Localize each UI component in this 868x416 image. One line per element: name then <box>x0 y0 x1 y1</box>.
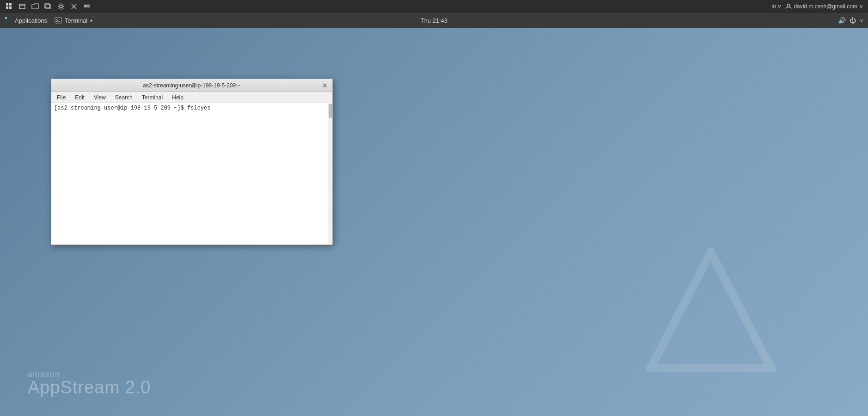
menu-view[interactable]: View <box>90 93 110 102</box>
menu-help[interactable]: Help <box>168 93 187 102</box>
applications-label: Applications <box>15 17 47 24</box>
taskbar-right: 🔊 ⏻ ∨ <box>838 17 863 24</box>
terminal-titlebar: as2-streaming-user@ip-198-19-5-209:~ ✕ <box>51 79 332 92</box>
menu-edit[interactable]: Edit <box>71 93 88 102</box>
terminal-label: Terminal <box>65 17 87 24</box>
volume-icon[interactable]: 🔊 <box>838 17 846 24</box>
desktop: amazon AppStream 2.0 as2-streaming-user@… <box>0 28 868 416</box>
user-email: david.m.cash@gmail.com <box>794 3 857 10</box>
terminal-scrollbar[interactable] <box>328 103 332 245</box>
applications-button[interactable]: Applications <box>5 17 47 24</box>
svg-rect-15 <box>5 17 7 19</box>
svg-rect-11 <box>84 5 90 6</box>
svg-rect-1 <box>9 3 12 6</box>
triangle-watermark <box>646 248 776 379</box>
language-selector[interactable]: In ∨ <box>771 3 782 10</box>
user-chevron: ∨ <box>859 3 863 10</box>
terminal-button[interactable]: Terminal ▾ <box>55 17 92 24</box>
svg-rect-3 <box>9 6 12 9</box>
power-icon[interactable]: ⏻ <box>850 17 856 24</box>
svg-point-14 <box>787 4 790 7</box>
system-bar-right: In ∨ david.m.cash@gmail.com ∨ <box>771 3 863 10</box>
svg-marker-18 <box>651 252 771 368</box>
power-chevron: ∨ <box>860 18 863 24</box>
layout-icon[interactable] <box>82 2 92 11</box>
copy-window-icon[interactable] <box>43 2 53 11</box>
svg-point-8 <box>60 5 62 8</box>
terminal-window: as2-streaming-user@ip-198-19-5-209:~ ✕ F… <box>51 79 333 245</box>
language-label: In ∨ <box>771 3 782 10</box>
taskbar: Applications Terminal ▾ Thu 21:43 🔊 ⏻ ∨ <box>0 13 868 28</box>
appstream-label: AppStream 2.0 <box>28 378 151 398</box>
menu-file[interactable]: File <box>53 93 69 102</box>
svg-rect-12 <box>84 6 90 7</box>
window-icon[interactable] <box>18 2 27 11</box>
menu-terminal[interactable]: Terminal <box>138 93 166 102</box>
clock: Thu 21:43 <box>421 17 448 24</box>
terminal-menubar: File Edit View Search Terminal Help <box>51 92 332 103</box>
svg-rect-4 <box>19 4 25 9</box>
svg-rect-13 <box>85 6 86 7</box>
terminal-close-button[interactable]: ✕ <box>321 82 329 89</box>
svg-rect-0 <box>6 3 8 6</box>
settings-icon[interactable] <box>56 2 66 11</box>
terminal-body[interactable]: [as2-streaming-user@ip-198-19-5-209 ~]$ … <box>51 103 332 245</box>
close-icon[interactable] <box>69 2 79 11</box>
grid-icon[interactable] <box>5 2 14 11</box>
svg-rect-16 <box>55 18 61 23</box>
system-bar-left <box>5 2 92 11</box>
folder-icon[interactable] <box>31 2 40 11</box>
terminal-chevron: ▾ <box>90 18 92 23</box>
system-bar: In ∨ david.m.cash@gmail.com ∨ <box>0 0 868 13</box>
terminal-scrollbar-thumb[interactable] <box>329 104 332 118</box>
terminal-title: as2-streaming-user@ip-198-19-5-209:~ <box>62 82 321 89</box>
svg-rect-2 <box>6 6 8 9</box>
menu-search[interactable]: Search <box>111 93 136 102</box>
user-account[interactable]: david.m.cash@gmail.com ∨ <box>785 3 863 10</box>
appstream-watermark: amazon AppStream 2.0 <box>28 370 151 398</box>
terminal-prompt-line: [as2-streaming-user@ip-198-19-5-209 ~]$ … <box>54 105 330 111</box>
